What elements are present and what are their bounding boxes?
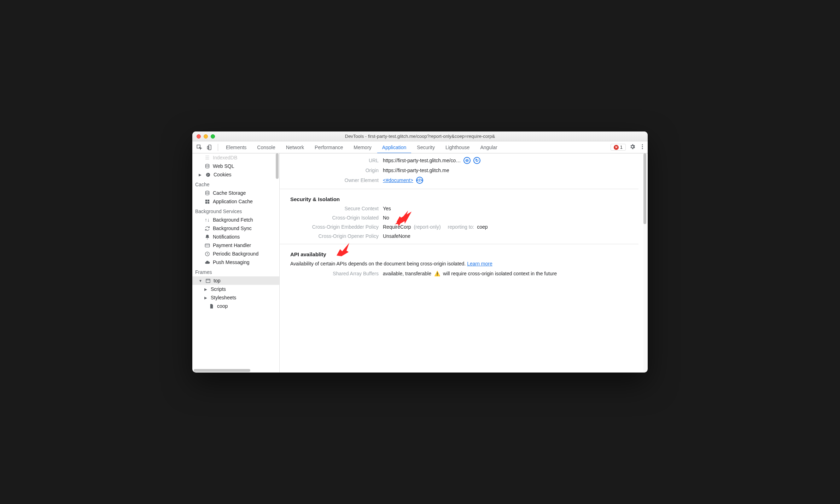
tab-security[interactable]: Security <box>412 141 440 153</box>
sidebar: ☰ IndexedDB Web SQL ▶ Cookies Cache <box>192 153 280 373</box>
scrollbar-thumb[interactable] <box>643 153 646 224</box>
sidebar-group-cache: Cache <box>192 179 279 189</box>
devtools-window: DevTools - first-party-test.glitch.me/co… <box>192 131 648 373</box>
main-area: ☰ IndexedDB Web SQL ▶ Cookies Cache <box>192 153 648 373</box>
cloud-icon <box>204 259 210 265</box>
svg-point-10 <box>207 175 208 176</box>
sidebar-group-frames: Frames <box>192 266 279 276</box>
coi-label: Cross-Origin Isolated <box>280 215 379 221</box>
sidebar-item-cookies[interactable]: ▶ Cookies <box>192 170 279 179</box>
coi-value: No <box>383 215 389 221</box>
settings-icon[interactable] <box>629 143 636 151</box>
refresh-icon[interactable]: ↻ <box>473 157 480 164</box>
sidebar-item-cache-storage[interactable]: Cache Storage <box>192 189 279 197</box>
url-value: https://first-party-test.glitch.me/co… ⊖… <box>383 157 480 164</box>
error-count-badge[interactable]: ✕ 1 <box>611 144 626 151</box>
owner-element-link[interactable]: <#document> <box>383 177 413 183</box>
learn-more-link[interactable]: Learn more <box>467 261 492 266</box>
coep-label: Cross-Origin Embedder Policy <box>280 224 379 230</box>
tabbar: Elements Console Network Performance Mem… <box>192 141 648 153</box>
svg-point-8 <box>207 174 208 174</box>
svg-point-6 <box>205 164 209 165</box>
svg-rect-19 <box>206 279 210 282</box>
coep-value: RequireCorp (report-only) reporting to: … <box>383 224 488 230</box>
close-icon[interactable] <box>197 134 201 139</box>
svg-point-7 <box>206 172 210 176</box>
cookie-icon <box>205 172 211 177</box>
sidebar-group-bg: Background Services <box>192 206 279 216</box>
error-icon: ✕ <box>614 145 619 150</box>
scrollbar-track[interactable] <box>643 153 647 373</box>
svg-rect-16 <box>205 244 210 247</box>
svg-point-11 <box>205 191 209 192</box>
sidebar-item-notifications[interactable]: Notifications <box>192 233 279 241</box>
card-icon <box>204 242 210 248</box>
more-icon[interactable] <box>639 143 646 151</box>
minimize-icon[interactable] <box>204 134 208 139</box>
sab-value: available, transferable ⚠️ will require … <box>383 271 557 276</box>
sidebar-item-push[interactable]: Push Messaging <box>192 258 279 266</box>
inspect-icon[interactable]: </> <box>416 177 423 184</box>
database-icon <box>204 163 210 169</box>
bell-icon <box>204 234 210 240</box>
zoom-icon[interactable] <box>211 134 215 139</box>
inspect-element-icon[interactable] <box>194 143 204 152</box>
coop-label: Cross-Origin Opener Policy <box>280 233 379 239</box>
sidebar-item-top[interactable]: ▼ top <box>192 276 279 285</box>
window-title: DevTools - first-party-test.glitch.me/co… <box>192 134 648 139</box>
copy-icon[interactable]: ⊖ <box>463 157 471 164</box>
warning-icon: ⚠️ <box>434 271 440 276</box>
tab-elements[interactable]: Elements <box>221 141 251 153</box>
grid-icon <box>204 199 210 204</box>
svg-point-4 <box>642 146 643 147</box>
sidebar-item-websql[interactable]: Web SQL <box>192 162 279 170</box>
sidebar-item-bg-sync[interactable]: Background Sync <box>192 224 279 233</box>
tab-console[interactable]: Console <box>252 141 280 153</box>
sidebar-item-indexeddb[interactable]: ☰ IndexedDB <box>192 153 279 162</box>
sidebar-item-stylesheets[interactable]: ▶ Stylesheets <box>192 293 279 302</box>
storage-icon <box>204 190 210 196</box>
api-description: Availability of certain APIs depends on … <box>290 261 638 266</box>
tab-performance[interactable]: Performance <box>310 141 348 153</box>
window-icon <box>205 278 211 283</box>
arrows-icon: ↑↓ <box>204 217 210 223</box>
database-icon: ☰ <box>204 155 210 160</box>
sidebar-item-payment[interactable]: Payment Handler <box>192 241 279 250</box>
titlebar: DevTools - first-party-test.glitch.me/co… <box>192 131 648 141</box>
tab-angular[interactable]: Angular <box>475 141 502 153</box>
sidebar-item-app-cache[interactable]: Application Cache <box>192 197 279 206</box>
secure-context-value: Yes <box>383 206 391 211</box>
svg-rect-15 <box>208 202 209 204</box>
file-icon <box>209 303 214 309</box>
section-api-title: API availablity <box>290 251 638 257</box>
scrollbar-horizontal[interactable] <box>194 369 250 372</box>
tab-memory[interactable]: Memory <box>349 141 377 153</box>
section-security-title: Security & Isolation <box>290 196 638 202</box>
svg-point-9 <box>208 174 209 175</box>
sidebar-item-periodic[interactable]: Periodic Background <box>192 250 279 258</box>
tab-application[interactable]: Application <box>377 141 412 153</box>
sidebar-item-coop[interactable]: coop <box>192 302 279 310</box>
url-label: URL <box>280 158 379 163</box>
svg-point-5 <box>642 148 643 149</box>
sidebar-item-bg-fetch[interactable]: ↑↓ Background Fetch <box>192 216 279 224</box>
origin-label: Origin <box>280 168 379 173</box>
origin-value: https://first-party-test.glitch.me <box>383 168 449 173</box>
sidebar-item-scripts[interactable]: ▶ Scripts <box>192 285 279 293</box>
tab-lighthouse[interactable]: Lighthouse <box>441 141 475 153</box>
clock-icon <box>204 251 210 257</box>
tab-network[interactable]: Network <box>281 141 309 153</box>
device-toolbar-icon[interactable] <box>205 143 215 152</box>
sab-label: Shared Array Buffers <box>280 271 379 276</box>
error-count: 1 <box>620 145 623 150</box>
svg-point-3 <box>642 144 643 145</box>
scrollbar-thumb[interactable] <box>276 153 279 179</box>
svg-rect-13 <box>208 199 209 201</box>
secure-context-label: Secure Context <box>280 206 379 211</box>
sync-icon <box>204 225 210 231</box>
coop-value: UnsafeNone <box>383 233 410 239</box>
svg-rect-14 <box>205 202 207 204</box>
content-pane: URL https://first-party-test.glitch.me/c… <box>280 153 648 373</box>
owner-label: Owner Element <box>280 177 379 183</box>
svg-rect-12 <box>205 199 207 201</box>
